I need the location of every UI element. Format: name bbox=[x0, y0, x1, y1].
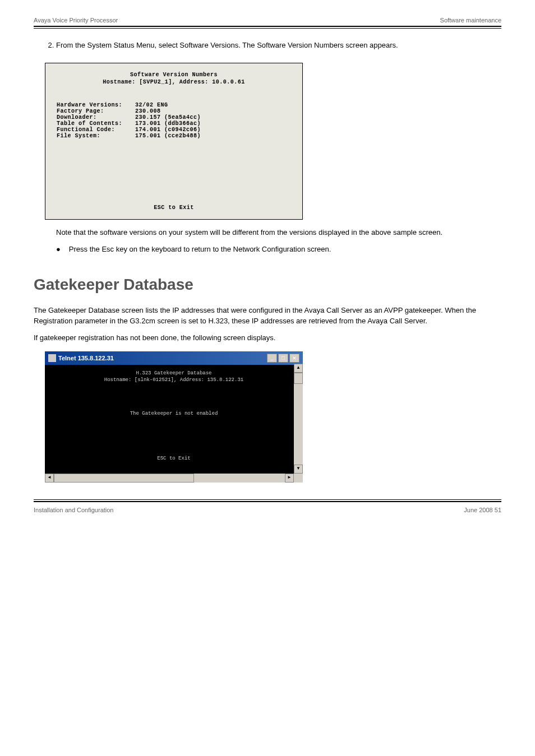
terminal-value: 230.008 bbox=[135, 108, 291, 114]
terminal-subtitle: Hostname: [SVPU2_1], Address: 10.0.0.61 bbox=[57, 79, 291, 85]
telnet-content-subtitle: Hostname: [slnk-012521], Address: 135.8.… bbox=[53, 377, 294, 383]
vertical-scrollbar[interactable]: ▲ ▼ bbox=[294, 364, 303, 474]
minimize-button[interactable]: _ bbox=[267, 354, 277, 363]
terminal-title: Software Version Numbers bbox=[57, 72, 291, 78]
terminal-label: Downloader: bbox=[57, 114, 135, 120]
scroll-right-button[interactable]: ► bbox=[285, 474, 294, 483]
scroll-thumb-h[interactable] bbox=[54, 474, 194, 483]
telnet-content: H.323 Gatekeeper Database Hostname: [sln… bbox=[45, 365, 303, 483]
terminal-label: File System: bbox=[57, 133, 135, 139]
telnet-title-text: Telnet 135.8.122.31 bbox=[58, 355, 114, 361]
terminal-row: File System: 175.001 (cce2b488) bbox=[57, 133, 291, 139]
scroll-up-button[interactable]: ▲ bbox=[294, 364, 303, 373]
terminal-label: Factory Page: bbox=[57, 108, 135, 114]
horizontal-scrollbar[interactable]: ◄ ► bbox=[45, 474, 294, 483]
footer-rule-thin bbox=[34, 499, 501, 500]
scroll-down-button[interactable]: ▼ bbox=[294, 465, 303, 474]
header-rule-thick bbox=[34, 26, 501, 27]
terminal-value: 173.001 (ddb366ac) bbox=[135, 120, 291, 127]
body-text: If gatekeeper registration has not been … bbox=[34, 332, 501, 344]
telnet-titlebar[interactable]: Telnet 135.8.122.31 _ □ × bbox=[45, 351, 303, 365]
scroll-thumb[interactable] bbox=[294, 373, 303, 384]
terminal-value: 32/02 ENG bbox=[135, 102, 291, 108]
terminal-footer: ESC to Exit bbox=[45, 205, 302, 211]
bullet-item: ● Press the Esc key on the keyboard to r… bbox=[56, 245, 501, 253]
terminal-label: Hardware Versions: bbox=[57, 102, 135, 108]
telnet-window: Telnet 135.8.122.31 _ □ × H.323 Gatekeep… bbox=[45, 351, 303, 483]
terminal-value: 175.001 (cce2b488) bbox=[135, 133, 291, 139]
header-right: Software maintenance bbox=[440, 17, 501, 24]
terminal-row: Hardware Versions: 32/02 ENG bbox=[57, 102, 291, 108]
terminal-value: 230.157 (5ea5a4cc) bbox=[135, 114, 291, 120]
bullet-text: Press the Esc key on the keyboard to ret… bbox=[69, 245, 331, 253]
bullet-dot-icon: ● bbox=[56, 245, 61, 253]
terminal-label: Table of Contents: bbox=[57, 120, 135, 127]
terminal-row: Downloader: 230.157 (5ea5a4cc) bbox=[57, 114, 291, 120]
note-text: Note that the software versions on your … bbox=[56, 228, 501, 236]
instruction-item: From the System Status Menu, select Soft… bbox=[56, 40, 501, 52]
telnet-content-title: H.323 Gatekeeper Database bbox=[53, 370, 294, 376]
maximize-button[interactable]: □ bbox=[278, 354, 288, 363]
telnet-content-footer: ESC to Exit bbox=[53, 456, 294, 461]
telnet-icon bbox=[48, 354, 56, 362]
footer-right: June 2008 51 bbox=[464, 507, 501, 513]
header-rule-thin bbox=[34, 28, 501, 29]
close-button[interactable]: × bbox=[289, 354, 299, 363]
terminal-value: 174.001 (c0942c06) bbox=[135, 127, 291, 133]
software-versions-terminal: Software Version Numbers Hostname: [SVPU… bbox=[45, 63, 303, 220]
section-heading: Gatekeeper Database bbox=[34, 276, 501, 294]
telnet-content-msg: The Gatekeeper is not enabled bbox=[53, 411, 294, 416]
header-left: Avaya Voice Priority Processor bbox=[34, 17, 118, 24]
terminal-row: Table of Contents: 173.001 (ddb366ac) bbox=[57, 120, 291, 127]
resize-grip[interactable] bbox=[294, 474, 303, 483]
body-text: The Gatekeeper Database screen lists the… bbox=[34, 305, 501, 327]
terminal-row: Functional Code: 174.001 (c0942c06) bbox=[57, 127, 291, 133]
terminal-row: Factory Page: 230.008 bbox=[57, 108, 291, 114]
footer-left: Installation and Configuration bbox=[34, 507, 113, 513]
scroll-left-button[interactable]: ◄ bbox=[45, 474, 54, 483]
footer-rule-thick bbox=[34, 501, 501, 502]
terminal-label: Functional Code: bbox=[57, 127, 135, 133]
